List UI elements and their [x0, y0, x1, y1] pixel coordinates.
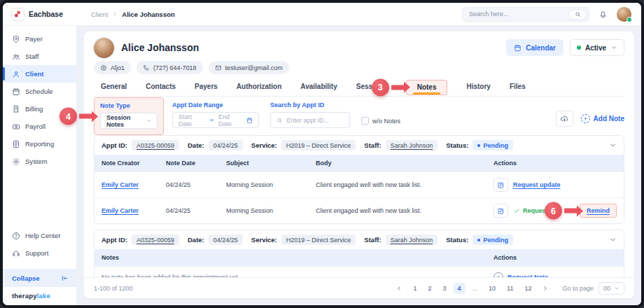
tab-general[interactable]: General — [101, 79, 127, 96]
sidebar-item-system[interactable]: System — [3, 153, 76, 170]
page-button[interactable]: 3 — [439, 283, 451, 294]
page-button[interactable]: 2 — [424, 283, 436, 294]
collapse-button[interactable]: Collapse — [3, 269, 76, 287]
status-dropdown[interactable]: Active — [570, 39, 624, 56]
sidebar-item-label: Schedule — [25, 88, 53, 95]
tab-history[interactable]: History — [466, 79, 490, 96]
page-button-active[interactable]: 4 — [454, 283, 465, 294]
date-value: 04/24/25 — [209, 234, 243, 245]
note-type-dropdown[interactable]: Session Notes — [100, 113, 158, 129]
tab-notes-active[interactable]: Notes 3 — [406, 80, 448, 95]
sidebar-item-reporting[interactable]: Reporting — [3, 135, 76, 153]
appt-id-search[interactable] — [270, 112, 350, 128]
tab-files[interactable]: Files — [510, 79, 526, 96]
remind-button-highlighted[interactable]: Remind — [580, 204, 617, 218]
export-cloud-button[interactable] — [556, 111, 573, 127]
page-button[interactable]: 11 — [503, 283, 517, 294]
date-range-picker[interactable]: Start Date End Date — [172, 112, 259, 128]
calendar-icon — [246, 117, 253, 124]
status-value: Active — [585, 44, 606, 52]
sidebar-item-label: Help Center — [25, 232, 61, 239]
tab-payers[interactable]: Payers — [195, 79, 218, 96]
status-pending-badge: Pending — [472, 234, 513, 245]
requested-label: Requested — [523, 207, 555, 214]
chevron-down-icon — [614, 286, 620, 291]
edit-note-button[interactable] — [493, 204, 508, 218]
tab-authorization[interactable]: Authorization — [237, 79, 281, 96]
breadcrumb-section[interactable]: Client — [91, 10, 108, 18]
sidebar-item-support[interactable]: Support — [3, 244, 76, 262]
staff-value[interactable]: Sarah Johnson — [386, 140, 438, 150]
page-button[interactable]: 12 — [520, 283, 536, 294]
sidebar-item-payroll[interactable]: Payroll — [3, 118, 76, 135]
notifications-bell-icon[interactable] — [598, 10, 608, 19]
edit-note-button[interactable] — [493, 178, 508, 192]
note-creator-link[interactable]: Emily Carter — [102, 181, 139, 188]
page-size-select[interactable]: 00 — [598, 282, 624, 295]
sidebar-item-label: Client — [25, 70, 43, 78]
brand-block[interactable]: Eachbase — [3, 8, 77, 20]
request-update-link[interactable]: Request update — [513, 181, 561, 188]
next-page-chevron[interactable] — [538, 285, 552, 292]
service-label: Service: — [251, 141, 277, 149]
collapse-chevron-icon[interactable] — [609, 141, 617, 149]
eachbase-logo-icon — [12, 8, 24, 20]
note-type-label: Note Type — [100, 102, 158, 109]
sidebar-item-help-center[interactable]: Help Center — [3, 227, 76, 244]
page-button[interactable]: 1 — [409, 283, 421, 294]
note-body: Client engaged well with new task list. — [316, 207, 493, 214]
tab-sessions[interactable]: Sessions — [356, 79, 387, 96]
global-search-input[interactable] — [469, 10, 568, 18]
sidebar-item-billing[interactable]: Billing — [3, 100, 76, 118]
service-label: Service: — [251, 300, 277, 305]
plus-circle-icon — [581, 114, 590, 123]
wo-notes-checkbox[interactable] — [361, 117, 369, 125]
date-label: Date: — [188, 141, 204, 149]
tab-availability[interactable]: Availability — [300, 79, 337, 96]
appt-id-input[interactable] — [286, 117, 344, 124]
note-creator-link[interactable]: Emily Carter — [102, 207, 139, 214]
add-note-button[interactable]: Add Note — [581, 114, 624, 123]
appointment-section-1: Appt ID: A0325-00059 Date: 04/24/25 Serv… — [94, 135, 624, 224]
page-ellipsis: ... — [468, 283, 482, 294]
calendar-icon — [514, 44, 522, 52]
sidebar-item-payer[interactable]: Payer — [3, 30, 76, 48]
collapse-chevron-icon[interactable] — [609, 236, 617, 244]
prev-page-chevron[interactable] — [392, 285, 406, 292]
date-value: 04/24/25 — [209, 299, 243, 305]
staff-value[interactable]: Sarah Johnson — [386, 299, 438, 305]
global-search[interactable] — [462, 7, 589, 22]
chevron-down-icon — [610, 44, 617, 51]
collapse-label: Collapse — [12, 274, 40, 282]
sidebar: Payer Staff Client Schedule Billing Payr… — [3, 26, 77, 305]
sidebar-item-client[interactable]: Client — [3, 65, 76, 83]
notes-table-header: Note Creator Note Date Subject Body Acti… — [94, 155, 624, 172]
main-area: Alice Johansson Calendar Active — [77, 26, 641, 305]
note-type-filter-highlighted: Note Type Session Notes 4 — [94, 97, 164, 135]
note-date: 04/24/25 — [166, 181, 226, 188]
search-icon[interactable] — [568, 9, 587, 20]
appt-id-value[interactable]: A0325-00059 — [132, 299, 179, 305]
note-row: Emily Carter 04/24/25 Morning Session Cl… — [94, 197, 624, 223]
tab-contacts[interactable]: Contacts — [146, 79, 176, 96]
card-content: Alice Johansson Calendar Active — [84, 31, 634, 277]
appt-id-value[interactable]: A0325-00059 — [132, 234, 179, 245]
appt-id-value[interactable]: A0325-00059 — [132, 140, 179, 150]
collapse-chevron-icon[interactable] — [609, 300, 617, 305]
user-avatar[interactable] — [617, 7, 631, 22]
status-label: Status: — [446, 141, 468, 149]
col-notes: Notes — [102, 254, 493, 261]
service-value: H2019 – Direct Service — [281, 234, 356, 245]
status-pending-badge: Pending — [472, 140, 513, 150]
note-type-value: Session Notes — [106, 114, 142, 128]
sidebar-item-schedule[interactable]: Schedule — [3, 83, 76, 100]
calendar-button[interactable]: Calendar — [506, 39, 564, 56]
staff-label: Staff: — [364, 236, 381, 244]
appt-id-label: Appt ID: — [102, 141, 127, 149]
date-label: Date: — [188, 300, 204, 305]
wo-notes-checkbox-row[interactable]: w/o Notes — [361, 117, 400, 125]
staff-value[interactable]: Sarah Johnson — [386, 234, 438, 245]
page-button[interactable]: 10 — [484, 283, 500, 294]
sidebar-item-label: Payroll — [25, 122, 46, 130]
sidebar-item-staff[interactable]: Staff — [3, 48, 76, 65]
